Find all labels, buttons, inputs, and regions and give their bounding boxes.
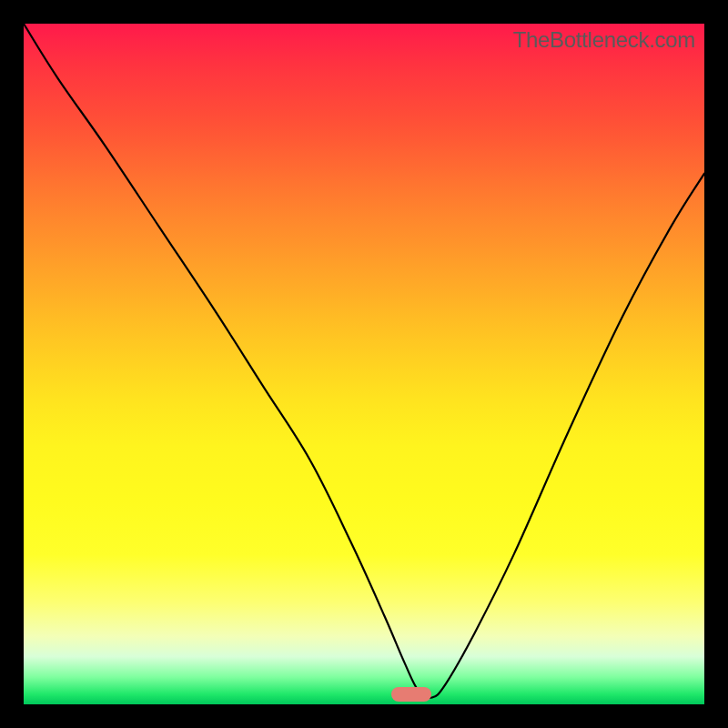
bottleneck-curve xyxy=(24,24,704,704)
chart-frame: TheBottleneck.com xyxy=(24,24,704,704)
watermark-text: TheBottleneck.com xyxy=(513,27,695,53)
optimal-point-marker xyxy=(391,687,431,702)
